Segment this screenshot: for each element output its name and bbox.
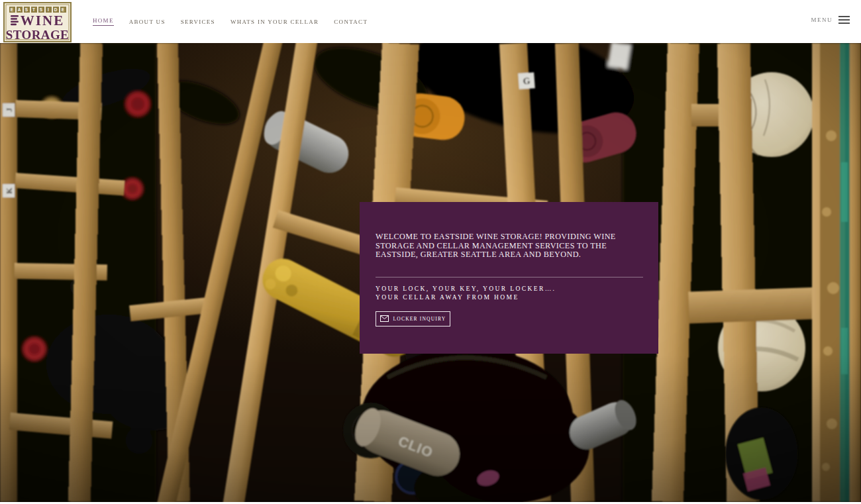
nav-item-services[interactable]: SERVICES [181, 19, 215, 25]
main-nav: HOME ABOUT US SERVICES WHATS IN YOUR CEL… [93, 0, 368, 43]
site-header: E A S T S I D E WINE [0, 0, 861, 43]
locker-inquiry-button[interactable]: LOCKER INQUIRY [376, 311, 450, 327]
logo-eastside-row: E A S T S I D E [5, 7, 70, 13]
tagline: YOUR LOCK, YOUR KEY, YOUR LOCKER…. YOUR … [376, 285, 644, 303]
page: E A S T S I D E WINE [0, 0, 861, 504]
nav-item-contact[interactable]: CONTACT [334, 19, 368, 25]
nav-item-home[interactable]: HOME [93, 17, 114, 26]
tagline-line-1: YOUR LOCK, YOUR KEY, YOUR LOCKER…. [376, 285, 644, 294]
locker-inquiry-label: LOCKER INQUIRY [393, 316, 446, 322]
hero-section: J K G I [0, 43, 861, 502]
menu-toggle[interactable]: MENU [811, 16, 850, 24]
logo-letter: T [31, 7, 37, 13]
hamburger-menu-icon [838, 16, 850, 24]
logo-letter: D [53, 7, 59, 13]
wine-rack-icon [11, 15, 19, 26]
logo-letter: A [17, 7, 23, 13]
tagline-line-2: YOUR CELLAR AWAY FROM HOME [376, 293, 644, 303]
site-logo[interactable]: E A S T S I D E WINE [3, 2, 72, 42]
logo-letter: S [38, 7, 44, 13]
logo-letter: E [9, 7, 15, 13]
logo-wine-text: WINE [21, 14, 64, 28]
logo-letter: S [24, 7, 30, 13]
nav-item-whats-in-your-cellar[interactable]: WHATS IN YOUR CELLAR [230, 19, 319, 25]
logo-storage-text: STORAGE [5, 28, 70, 41]
logo-wine-row: WINE [5, 13, 70, 28]
envelope-icon [380, 315, 389, 322]
welcome-card: WELCOME TO EASTSIDE WINE STORAGE! PROVID… [360, 202, 658, 354]
card-divider [376, 277, 643, 277]
nav-item-about-us[interactable]: ABOUT US [129, 19, 166, 25]
welcome-heading: WELCOME TO EASTSIDE WINE STORAGE! PROVID… [376, 232, 643, 260]
logo-letter: E [60, 7, 66, 13]
menu-label: MENU [811, 17, 833, 23]
logo-letter: I [46, 7, 52, 13]
